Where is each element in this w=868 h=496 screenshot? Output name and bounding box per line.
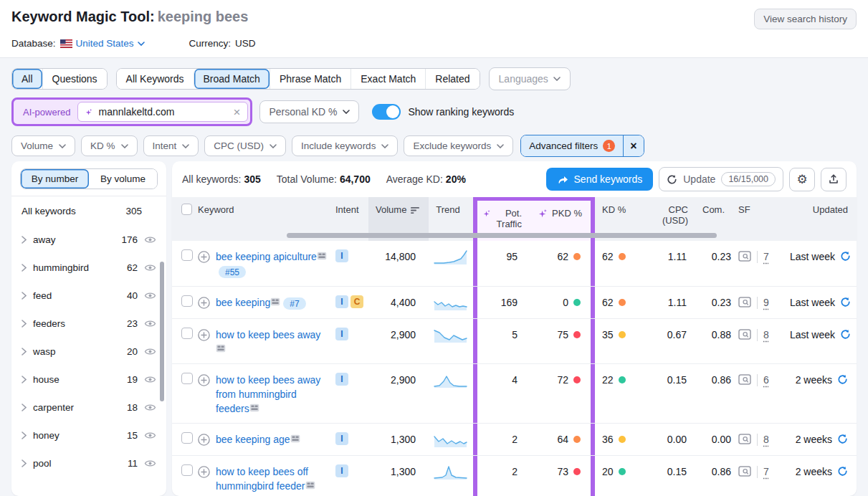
serp-preview-icon[interactable] <box>249 404 259 412</box>
intent-badge-i[interactable]: I <box>335 373 348 386</box>
eye-icon[interactable] <box>144 431 156 440</box>
intent-badge-i[interactable]: I <box>335 464 348 477</box>
sidebar-item-away[interactable]: away176 <box>11 226 166 254</box>
tab-all[interactable]: All <box>12 69 42 89</box>
eye-icon[interactable] <box>144 319 156 328</box>
col-updated[interactable]: Updated <box>790 197 857 241</box>
intent-badge-i[interactable]: I <box>335 249 348 262</box>
row-checkbox[interactable] <box>181 249 193 261</box>
refresh-icon[interactable] <box>840 329 851 340</box>
row-checkbox[interactable] <box>181 328 193 339</box>
col-sf[interactable]: SF <box>737 197 790 241</box>
filter-include-keywords[interactable]: Include keywords <box>292 135 398 156</box>
keyword-link[interactable]: bee keeping apiculture <box>216 251 317 262</box>
settings-button[interactable]: ⚙ <box>789 168 815 191</box>
filter-kd[interactable]: KD % <box>81 135 138 156</box>
row-checkbox[interactable] <box>181 464 193 476</box>
sidebar-tab-by-volume[interactable]: By volume <box>89 169 157 189</box>
send-keywords-button[interactable]: Send keywords <box>546 168 654 191</box>
eye-icon[interactable] <box>144 403 156 412</box>
filter-exclude-keywords[interactable]: Exclude keywords <box>404 135 513 156</box>
add-keyword-icon[interactable] <box>198 297 210 309</box>
eye-icon[interactable] <box>144 235 156 244</box>
serp-features-icon[interactable] <box>738 434 751 444</box>
languages-dropdown[interactable]: Languages <box>489 67 571 90</box>
tab-related[interactable]: Related <box>425 69 479 89</box>
serp-preview-icon[interactable] <box>270 297 280 306</box>
serp-features-icon[interactable] <box>738 374 751 385</box>
add-keyword-icon[interactable] <box>198 374 210 386</box>
serp-features-icon[interactable] <box>738 251 751 262</box>
intent-badge-i[interactable]: I <box>335 328 348 340</box>
add-keyword-icon[interactable] <box>198 251 210 263</box>
serp-features-icon[interactable] <box>738 466 751 477</box>
row-checkbox[interactable] <box>181 432 193 444</box>
horizontal-scrollbar[interactable] <box>287 233 717 238</box>
refresh-icon[interactable] <box>840 297 851 307</box>
sidebar-item-feeders[interactable]: feeders23 <box>11 310 166 338</box>
filter-cpc-usd[interactable]: CPC (USD) <box>204 135 286 156</box>
sidebar-all-keywords-row[interactable]: All keywords 305 <box>11 196 166 226</box>
intent-badge-c[interactable]: C <box>350 295 363 308</box>
add-keyword-icon[interactable] <box>198 434 210 446</box>
intent-badge-i[interactable]: I <box>335 432 348 445</box>
advanced-filters-close-button[interactable]: × <box>623 135 643 156</box>
sf-count[interactable]: 7 <box>763 464 769 479</box>
eye-icon[interactable] <box>144 375 156 384</box>
eye-icon[interactable] <box>144 291 156 300</box>
eye-icon[interactable] <box>144 347 156 356</box>
keyword-link[interactable]: bee keeping <box>216 297 270 308</box>
advanced-filters-button[interactable]: Advanced filters 1 <box>521 135 623 156</box>
sf-count[interactable]: 9 <box>763 295 769 310</box>
export-button[interactable] <box>821 168 846 191</box>
update-button[interactable]: Update 16/15,000 <box>659 167 783 191</box>
tab-broad-match[interactable]: Broad Match <box>194 69 270 89</box>
add-keyword-icon[interactable] <box>198 329 210 341</box>
serp-preview-icon[interactable] <box>317 252 327 260</box>
keyword-link[interactable]: how to keep bees away from hummingbird f… <box>216 374 320 414</box>
view-search-history-button[interactable]: View search history <box>754 9 857 29</box>
keyword-link[interactable]: bee keeping age <box>216 434 290 445</box>
ranking-position-badge[interactable]: #55 <box>219 266 246 278</box>
refresh-icon[interactable] <box>837 434 848 444</box>
tab-questions[interactable]: Questions <box>42 69 107 89</box>
refresh-icon[interactable] <box>840 251 851 262</box>
sf-count[interactable]: 7 <box>763 249 769 264</box>
eye-icon[interactable] <box>144 263 156 272</box>
sidebar-item-honey[interactable]: honey15 <box>11 421 166 449</box>
sidebar-scrollbar[interactable] <box>160 262 164 401</box>
sidebar-tab-by-number[interactable]: By number <box>21 169 89 189</box>
eye-icon[interactable] <box>144 459 156 468</box>
sf-count[interactable]: 6 <box>763 373 769 387</box>
add-keyword-icon[interactable] <box>198 466 210 478</box>
ranking-position-badge[interactable]: #7 <box>283 297 305 310</box>
filter-volume[interactable]: Volume <box>11 135 75 156</box>
personal-kd-dropdown[interactable]: Personal KD % <box>259 100 359 123</box>
sidebar-item-hummingbird[interactable]: hummingbird62 <box>11 254 166 282</box>
serp-preview-icon[interactable] <box>305 481 315 490</box>
tab-exact-match[interactable]: Exact Match <box>350 69 425 89</box>
tab-all-keywords[interactable]: All Keywords <box>117 69 194 89</box>
show-ranking-keywords-toggle[interactable] <box>372 104 401 120</box>
filter-intent[interactable]: Intent <box>143 135 199 156</box>
serp-features-icon[interactable] <box>738 297 751 307</box>
sidebar-item-house[interactable]: house19 <box>11 366 166 394</box>
serp-features-icon[interactable] <box>738 329 751 340</box>
row-checkbox[interactable] <box>181 373 193 384</box>
clear-input-icon[interactable]: × <box>234 106 241 118</box>
serp-preview-icon[interactable] <box>290 434 300 443</box>
row-checkbox[interactable] <box>181 295 193 307</box>
sidebar-item-carpenter[interactable]: carpenter18 <box>11 394 166 421</box>
tab-phrase-match[interactable]: Phrase Match <box>270 69 350 89</box>
intent-badge-i[interactable]: I <box>335 295 348 308</box>
select-all-checkbox[interactable] <box>181 204 192 215</box>
serp-preview-icon[interactable] <box>216 344 226 353</box>
sidebar-item-feed[interactable]: feed40 <box>11 282 166 310</box>
sf-count[interactable]: 8 <box>763 328 769 342</box>
refresh-icon[interactable] <box>837 466 848 477</box>
keyword-link[interactable]: how to keep bees away <box>216 329 320 340</box>
refresh-icon[interactable] <box>837 374 848 385</box>
search-input[interactable] <box>99 106 229 118</box>
database-selector[interactable]: United States <box>60 38 145 49</box>
sidebar-item-wasp[interactable]: wasp20 <box>11 338 166 366</box>
